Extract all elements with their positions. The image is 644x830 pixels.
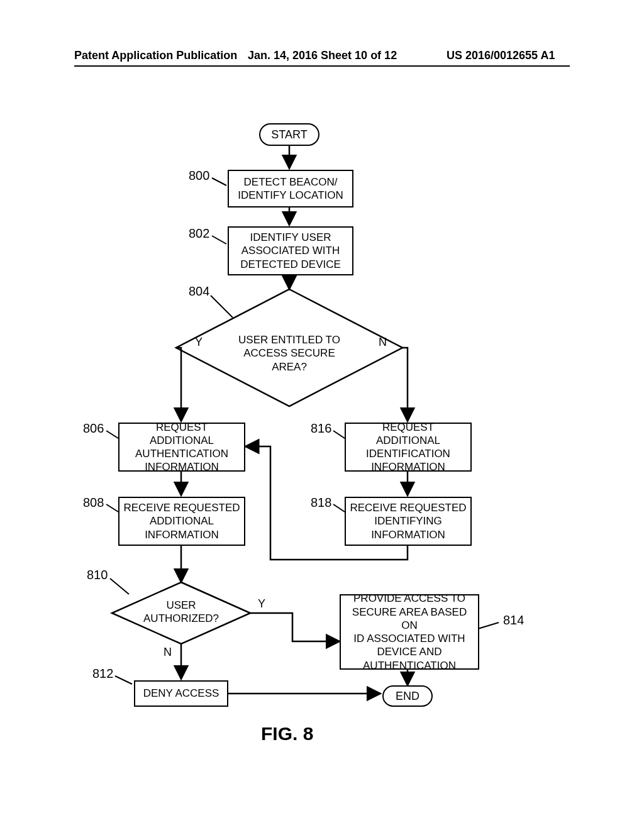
step-800-text: DETECT BEACON/ IDENTIFY LOCATION [238, 175, 343, 202]
ref-802: 802 [189, 226, 209, 241]
step-802: IDENTIFY USER ASSOCIATED WITH DETECTED D… [228, 226, 353, 275]
svg-line-20 [478, 622, 499, 629]
terminator-start-label: START [271, 128, 307, 142]
terminator-end: END [382, 685, 433, 707]
header-rule [74, 65, 570, 67]
step-816: REQUEST ADDITIONAL IDENTIFICATION INFORM… [345, 423, 472, 472]
step-812-text: DENY ACCESS [143, 687, 219, 700]
svg-line-13 [211, 296, 233, 318]
svg-line-12 [212, 236, 226, 244]
ref-808: 808 [83, 495, 104, 510]
step-808-text: RECEIVE REQUESTED ADDITIONAL INFORMATION [123, 501, 240, 541]
step-800: DETECT BEACON/ IDENTIFY LOCATION [228, 170, 353, 208]
ref-812: 812 [92, 667, 113, 681]
decision-810-label: USER AUTHORIZED? [143, 599, 219, 624]
svg-line-17 [333, 504, 345, 512]
ref-810: 810 [87, 568, 108, 582]
svg-line-16 [333, 431, 345, 438]
ref-800: 800 [189, 169, 209, 183]
header-right: US 2016/0012655 A1 [447, 49, 555, 62]
step-806-text: REQUEST ADDITIONAL AUTHENTICATION INFORM… [123, 421, 240, 474]
svg-line-11 [212, 178, 226, 185]
svg-line-18 [110, 578, 129, 594]
step-818-text: RECEIVE REQUESTED IDENTIFYING INFORMATIO… [350, 501, 466, 541]
step-802-text: IDENTIFY USER ASSOCIATED WITH DETECTED D… [240, 231, 341, 271]
branch-810-no: N [164, 646, 172, 659]
patent-page: Patent Application Publication Jan. 14, … [0, 0, 644, 830]
svg-line-14 [106, 431, 118, 438]
svg-line-15 [106, 504, 118, 512]
decision-804-label: USER ENTITLED TO ACCESS SECURE AREA? [238, 334, 340, 373]
branch-804-yes: Y [195, 336, 203, 349]
terminator-end-label: END [396, 689, 419, 704]
svg-line-19 [115, 676, 132, 684]
step-818: RECEIVE REQUESTED IDENTIFYING INFORMATIO… [345, 497, 472, 546]
step-806: REQUEST ADDITIONAL AUTHENTICATION INFORM… [118, 423, 245, 472]
step-814: PROVIDE ACCESS TO SECURE AREA BASED ON I… [340, 594, 479, 670]
ref-814: 814 [503, 613, 524, 628]
ref-816: 816 [311, 421, 331, 436]
step-816-text: REQUEST ADDITIONAL IDENTIFICATION INFORM… [350, 421, 467, 474]
step-808: RECEIVE REQUESTED ADDITIONAL INFORMATION [118, 497, 245, 546]
terminator-start: START [259, 123, 319, 146]
header-center: Jan. 14, 2016 Sheet 10 of 12 [248, 49, 397, 62]
branch-810-yes: Y [258, 597, 265, 611]
decision-804-text: USER ENTITLED TO ACCESS SECURE AREA? [226, 333, 352, 374]
branch-804-no: N [379, 336, 387, 349]
step-814-text: PROVIDE ACCESS TO SECURE AREA BASED ON I… [345, 592, 474, 672]
ref-806: 806 [83, 421, 104, 436]
decision-810-text: USER AUTHORIZED? [137, 599, 225, 626]
step-812: DENY ACCESS [134, 680, 228, 707]
header-left: Patent Application Publication [74, 49, 237, 62]
figure-caption: FIG. 8 [261, 723, 313, 744]
flowchart-edges [0, 0, 644, 830]
ref-804: 804 [189, 284, 209, 299]
ref-818: 818 [311, 495, 331, 510]
